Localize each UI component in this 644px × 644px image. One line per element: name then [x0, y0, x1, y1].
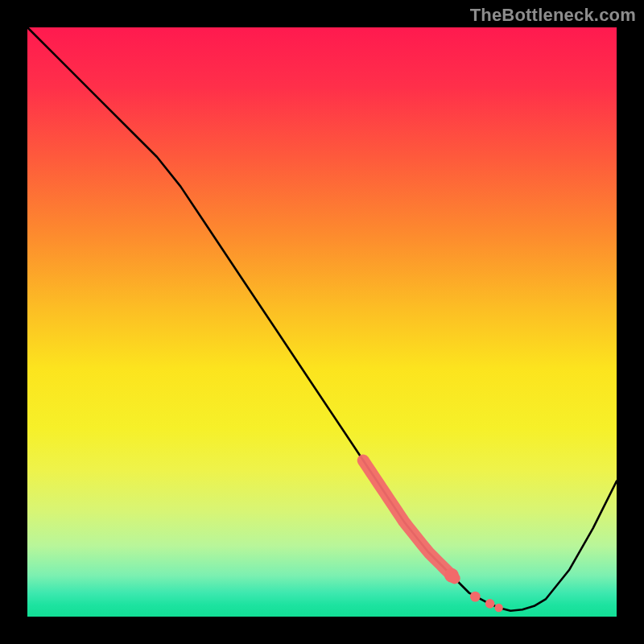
- highlight-dot: [470, 592, 481, 602]
- watermark-text: TheBottleneck.com: [470, 5, 636, 26]
- highlight-dot: [485, 599, 495, 609]
- curve-path: [27, 27, 617, 611]
- highlight-segment: [363, 460, 452, 576]
- bottleneck-curve: [27, 27, 617, 611]
- chart-stage: TheBottleneck.com: [0, 0, 644, 644]
- highlight-dot: [494, 604, 502, 612]
- highlight-dot: [449, 572, 460, 584]
- data-markers: [363, 460, 503, 612]
- plot-area: [27, 27, 617, 617]
- chart-svg: [27, 27, 617, 617]
